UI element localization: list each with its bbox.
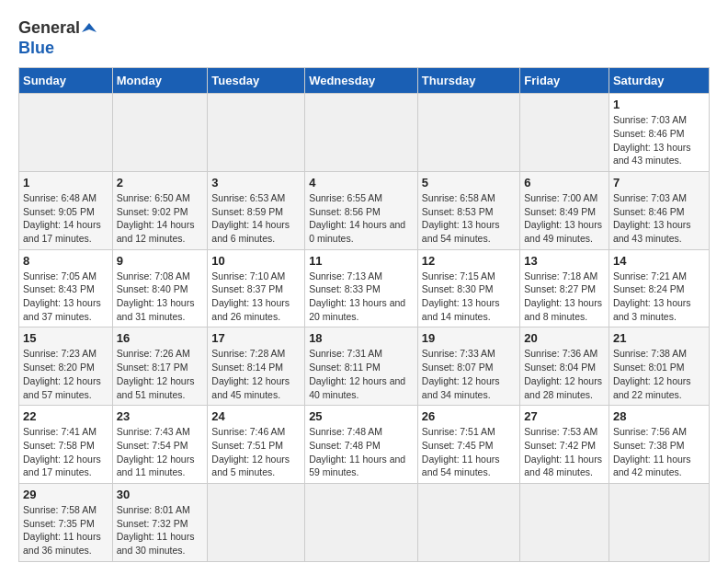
calendar-cell: [19, 94, 113, 172]
day-info: Sunrise: 7:00 AM Sunset: 8:49 PM Dayligh…: [524, 191, 605, 246]
day-info: Sunrise: 7:31 AM Sunset: 8:11 PM Dayligh…: [309, 347, 414, 401]
calendar-cell: [520, 483, 609, 561]
day-header-thursday: Thursday: [417, 68, 519, 94]
day-info: Sunrise: 7:48 AM Sunset: 7:48 PM Dayligh…: [309, 425, 414, 479]
day-number: 10: [211, 254, 301, 268]
calendar-cell: 18Sunrise: 7:31 AM Sunset: 8:11 PM Dayli…: [305, 327, 418, 406]
calendar-cell: [305, 483, 418, 561]
day-info: Sunrise: 7:03 AM Sunset: 8:46 PM Dayligh…: [613, 113, 705, 167]
day-number: 5: [422, 176, 516, 190]
day-header-sunday: Sunday: [19, 68, 113, 94]
calendar-cell: 24Sunrise: 7:46 AM Sunset: 7:51 PM Dayli…: [208, 406, 305, 484]
calendar-cell: 21Sunrise: 7:38 AM Sunset: 8:01 PM Dayli…: [609, 327, 709, 406]
day-number: 15: [23, 331, 108, 345]
day-number: 6: [524, 176, 605, 190]
day-info: Sunrise: 7:05 AM Sunset: 8:43 PM Dayligh…: [23, 270, 108, 324]
calendar-cell: 7Sunrise: 7:03 AM Sunset: 8:46 PM Daylig…: [609, 171, 709, 249]
calendar-cell: 15Sunrise: 7:23 AM Sunset: 8:20 PM Dayli…: [19, 327, 113, 406]
day-info: Sunrise: 7:15 AM Sunset: 8:30 PM Dayligh…: [422, 270, 516, 324]
day-number: 2: [117, 176, 204, 190]
day-info: Sunrise: 6:48 AM Sunset: 9:05 PM Dayligh…: [23, 191, 108, 246]
day-info: Sunrise: 7:53 AM Sunset: 7:42 PM Dayligh…: [524, 425, 605, 479]
calendar-cell: 13Sunrise: 7:18 AM Sunset: 8:27 PM Dayli…: [520, 249, 609, 327]
day-number: 25: [309, 409, 414, 423]
calendar-cell: 4Sunrise: 6:55 AM Sunset: 8:56 PM Daylig…: [305, 171, 418, 249]
logo-general: General: [18, 18, 80, 39]
day-info: Sunrise: 7:18 AM Sunset: 8:27 PM Dayligh…: [524, 270, 605, 324]
calendar-cell: 14Sunrise: 7:21 AM Sunset: 8:24 PM Dayli…: [609, 249, 709, 327]
calendar-cell: [208, 483, 305, 561]
calendar-cell: 1Sunrise: 6:48 AM Sunset: 9:05 PM Daylig…: [19, 171, 113, 249]
calendar-week-row: 1Sunrise: 6:48 AM Sunset: 9:05 PM Daylig…: [19, 171, 710, 249]
day-number: 8: [23, 254, 108, 268]
day-header-friday: Friday: [520, 68, 609, 94]
day-number: 28: [613, 409, 705, 423]
day-info: Sunrise: 7:36 AM Sunset: 8:04 PM Dayligh…: [524, 347, 605, 401]
day-number: 23: [117, 409, 204, 423]
calendar-cell: 23Sunrise: 7:43 AM Sunset: 7:54 PM Dayli…: [112, 406, 208, 484]
day-number: 7: [613, 176, 705, 190]
calendar-cell: 25Sunrise: 7:48 AM Sunset: 7:48 PM Dayli…: [305, 406, 418, 484]
logo-bird-icon: [82, 21, 97, 36]
calendar-cell: 11Sunrise: 7:13 AM Sunset: 8:33 PM Dayli…: [305, 249, 418, 327]
day-info: Sunrise: 7:08 AM Sunset: 8:40 PM Dayligh…: [117, 270, 204, 324]
calendar-week-row: 15Sunrise: 7:23 AM Sunset: 8:20 PM Dayli…: [19, 327, 710, 406]
logo: General Blue: [18, 18, 97, 58]
calendar-cell: 29Sunrise: 7:58 AM Sunset: 7:35 PM Dayli…: [19, 483, 113, 561]
day-info: Sunrise: 7:41 AM Sunset: 7:58 PM Dayligh…: [23, 425, 108, 479]
calendar-cell: 8Sunrise: 7:05 AM Sunset: 8:43 PM Daylig…: [19, 249, 113, 327]
day-number: 30: [117, 488, 204, 501]
calendar-cell: 6Sunrise: 7:00 AM Sunset: 8:49 PM Daylig…: [520, 171, 609, 249]
calendar-cell: 19Sunrise: 7:33 AM Sunset: 8:07 PM Dayli…: [417, 327, 519, 406]
day-number: 19: [422, 331, 516, 345]
calendar-cell: 22Sunrise: 7:41 AM Sunset: 7:58 PM Dayli…: [19, 406, 113, 484]
day-number: 13: [524, 254, 605, 268]
calendar-week-row: 22Sunrise: 7:41 AM Sunset: 7:58 PM Dayli…: [19, 406, 710, 484]
day-info: Sunrise: 7:26 AM Sunset: 8:17 PM Dayligh…: [117, 347, 204, 401]
day-number: 11: [309, 254, 414, 268]
calendar-cell: 20Sunrise: 7:36 AM Sunset: 8:04 PM Dayli…: [520, 327, 609, 406]
day-header-tuesday: Tuesday: [208, 68, 305, 94]
day-info: Sunrise: 7:51 AM Sunset: 7:45 PM Dayligh…: [422, 425, 516, 479]
day-info: Sunrise: 6:50 AM Sunset: 9:02 PM Dayligh…: [117, 191, 204, 246]
calendar-cell: [520, 94, 609, 172]
logo-blue: Blue: [18, 39, 97, 59]
calendar-cell: [609, 483, 709, 561]
calendar-cell: [208, 94, 305, 172]
calendar-cell: 9Sunrise: 7:08 AM Sunset: 8:40 PM Daylig…: [112, 249, 208, 327]
calendar-cell: 5Sunrise: 6:58 AM Sunset: 8:53 PM Daylig…: [417, 171, 519, 249]
day-number: 12: [422, 254, 516, 268]
day-header-saturday: Saturday: [609, 68, 709, 94]
calendar-cell: 12Sunrise: 7:15 AM Sunset: 8:30 PM Dayli…: [417, 249, 519, 327]
day-number: 9: [117, 254, 204, 268]
day-header-wednesday: Wednesday: [305, 68, 418, 94]
day-number: 3: [211, 176, 301, 190]
day-info: Sunrise: 6:58 AM Sunset: 8:53 PM Dayligh…: [422, 191, 516, 246]
day-info: Sunrise: 7:21 AM Sunset: 8:24 PM Dayligh…: [613, 270, 705, 324]
day-number: 18: [309, 331, 414, 345]
day-number: 26: [422, 409, 516, 423]
day-info: Sunrise: 7:33 AM Sunset: 8:07 PM Dayligh…: [422, 347, 516, 401]
day-number: 14: [613, 254, 705, 268]
day-number: 24: [211, 409, 301, 423]
day-number: 1: [23, 176, 108, 190]
calendar-cell: [417, 94, 519, 172]
calendar-cell: 28Sunrise: 7:56 AM Sunset: 7:38 PM Dayli…: [609, 406, 709, 484]
day-info: Sunrise: 6:55 AM Sunset: 8:56 PM Dayligh…: [309, 191, 414, 246]
day-info: Sunrise: 7:23 AM Sunset: 8:20 PM Dayligh…: [23, 347, 108, 401]
calendar-cell: 30Sunrise: 8:01 AM Sunset: 7:32 PM Dayli…: [112, 483, 208, 561]
day-info: Sunrise: 6:53 AM Sunset: 8:59 PM Dayligh…: [211, 191, 301, 246]
day-number: 16: [117, 331, 204, 345]
day-header-monday: Monday: [112, 68, 208, 94]
calendar-cell: 1Sunrise: 7:03 AM Sunset: 8:46 PM Daylig…: [609, 94, 709, 172]
day-info: Sunrise: 7:10 AM Sunset: 8:37 PM Dayligh…: [211, 270, 301, 324]
day-info: Sunrise: 8:01 AM Sunset: 7:32 PM Dayligh…: [117, 503, 204, 557]
calendar-cell: 2Sunrise: 6:50 AM Sunset: 9:02 PM Daylig…: [112, 171, 208, 249]
day-info: Sunrise: 7:03 AM Sunset: 8:46 PM Dayligh…: [613, 191, 705, 246]
calendar-cell: 3Sunrise: 6:53 AM Sunset: 8:59 PM Daylig…: [208, 171, 305, 249]
day-number: 29: [23, 488, 108, 501]
calendar-cell: 16Sunrise: 7:26 AM Sunset: 8:17 PM Dayli…: [112, 327, 208, 406]
day-number: 20: [524, 331, 605, 345]
calendar-header-row: SundayMondayTuesdayWednesdayThursdayFrid…: [19, 68, 710, 94]
day-info: Sunrise: 7:13 AM Sunset: 8:33 PM Dayligh…: [309, 270, 414, 324]
